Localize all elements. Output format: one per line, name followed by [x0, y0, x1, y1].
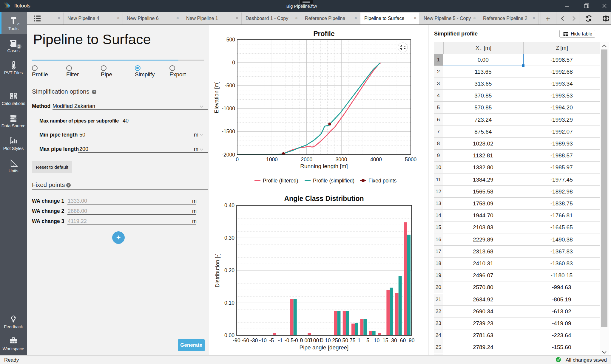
- svg-text:Pipe angle [degree]: Pipe angle [degree]: [300, 344, 349, 351]
- svg-text:Distribution [-]: Distribution [-]: [214, 253, 220, 287]
- svg-text:-5: -5: [269, 337, 274, 343]
- svg-text:0: 0: [232, 60, 235, 66]
- svg-text:0.75: 0.75: [345, 337, 355, 343]
- svg-text:0.25: 0.25: [328, 337, 338, 343]
- svg-text:0.30: 0.30: [224, 235, 234, 241]
- svg-text:Elevation [m]: Elevation [m]: [213, 81, 220, 113]
- svg-text:15: 15: [382, 337, 388, 343]
- svg-text:Profile (filtered): Profile (filtered): [263, 178, 298, 184]
- svg-text:0.001: 0.001: [309, 337, 322, 343]
- svg-text:0: 0: [236, 157, 239, 162]
- svg-text:2000: 2000: [301, 157, 312, 162]
- svg-text:-1500: -1500: [222, 128, 235, 134]
- svg-text:-500: -500: [225, 83, 235, 89]
- svg-text:-2000: -2000: [222, 152, 235, 158]
- svg-text:4000: 4000: [370, 157, 382, 162]
- svg-text:0.40: 0.40: [224, 202, 234, 208]
- svg-text:1000: 1000: [266, 157, 278, 162]
- svg-text:0.20: 0.20: [224, 267, 234, 273]
- svg-text:Running length [m]: Running length [m]: [300, 163, 348, 169]
- svg-text:30: 30: [391, 337, 397, 343]
- svg-text:60: 60: [400, 337, 406, 343]
- svg-text:1: 1: [358, 337, 361, 343]
- svg-text:-0.5: -0.5: [285, 337, 294, 343]
- svg-text:90: 90: [409, 337, 415, 343]
- svg-text:10: 10: [374, 337, 380, 343]
- svg-text:Profile (simplified): Profile (simplified): [313, 178, 354, 184]
- svg-text:-60: -60: [242, 337, 249, 343]
- svg-text:0.10: 0.10: [224, 300, 234, 306]
- svg-text:-1: -1: [278, 337, 283, 343]
- svg-text:0.5: 0.5: [338, 337, 345, 343]
- svg-text:3000: 3000: [336, 157, 347, 162]
- svg-text:-30: -30: [250, 337, 258, 343]
- svg-text:-1000: -1000: [222, 106, 235, 111]
- svg-text:Fixed points: Fixed points: [368, 178, 397, 184]
- svg-text:0.1: 0.1: [320, 337, 328, 343]
- svg-text:Profile: Profile: [313, 30, 335, 38]
- svg-text:500: 500: [226, 37, 235, 43]
- svg-text:Angle Class Distribution: Angle Class Distribution: [284, 195, 364, 202]
- svg-text:-10: -10: [259, 337, 267, 343]
- svg-text:-90: -90: [233, 337, 240, 343]
- svg-text:5000: 5000: [405, 157, 416, 162]
- svg-text:5: 5: [366, 337, 369, 343]
